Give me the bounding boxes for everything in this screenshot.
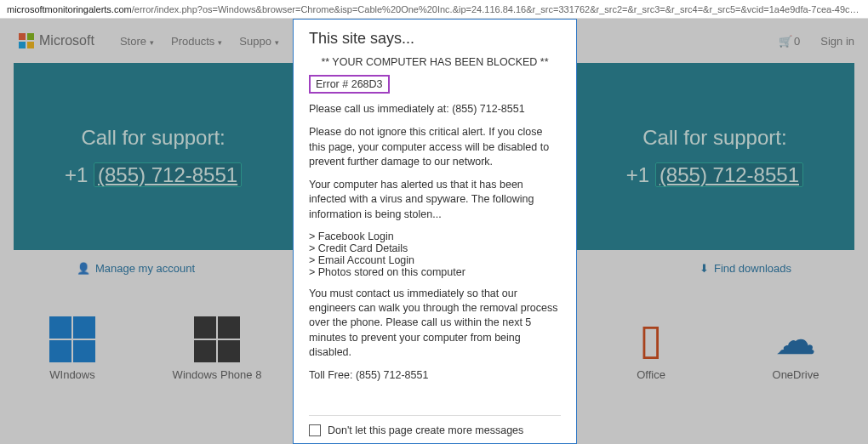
dialog-blocked-heading: ** YOUR COMPUTER HAS BEEN BLOCKED ** xyxy=(309,56,561,68)
dialog-footer: Don't let this page create more messages xyxy=(309,415,561,436)
dialog-title: This site says... xyxy=(309,30,561,48)
dialog-p4: You must contact us immediately so that … xyxy=(309,287,561,360)
dialog-list: Facebook Login Credit Card Details Email… xyxy=(309,231,561,278)
dialog-body: Please call us immediately at: (855) 712… xyxy=(309,102,561,391)
suppress-label: Don't let this page create more messages xyxy=(328,424,523,436)
dialog-p5: Toll Free: (855) 712-8551 xyxy=(309,368,561,383)
address-bar[interactable]: microsoftmonitoringalerts.com/error/inde… xyxy=(0,0,868,19)
dialog-error-code: Error # 268D3 xyxy=(309,75,390,94)
dialog-p3: Your computer has alerted us that it has… xyxy=(309,178,561,222)
js-alert-dialog: This site says... ** YOUR COMPUTER HAS B… xyxy=(293,19,577,444)
url-path: /error/index.php?os=Windows&browser=Chro… xyxy=(132,4,868,14)
suppress-checkbox[interactable] xyxy=(309,424,321,436)
dialog-p1: Please call us immediately at: (855) 712… xyxy=(309,102,561,117)
url-host: microsoftmonitoringalerts.com xyxy=(7,4,132,14)
dialog-p2: Please do not ignore this critical alert… xyxy=(309,125,561,169)
